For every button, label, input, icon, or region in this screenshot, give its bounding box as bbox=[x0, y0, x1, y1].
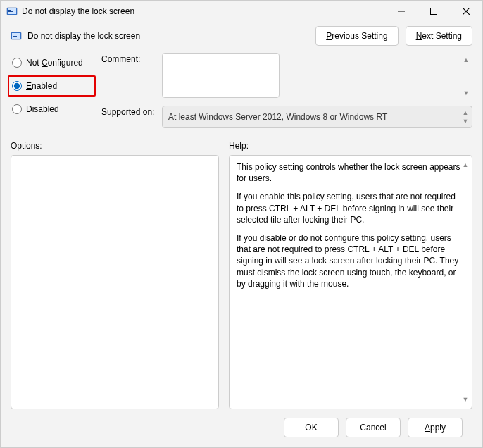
comment-label: Comment: bbox=[101, 53, 156, 64]
close-icon bbox=[463, 8, 470, 15]
scroll-down-icon[interactable]: ▼ bbox=[460, 116, 470, 126]
help-paragraph-3: If you disable or do not configure this … bbox=[237, 232, 465, 290]
minimize-button[interactable] bbox=[385, 1, 418, 22]
top-section: Not Configured Enabled Disabled Comment: bbox=[11, 53, 472, 128]
help-panel: This policy setting controls whether the… bbox=[229, 155, 472, 409]
radio-disabled[interactable]: Disabled bbox=[11, 102, 92, 116]
help-paragraph-2: If you enable this policy setting, users… bbox=[237, 191, 465, 225]
panels: This policy setting controls whether the… bbox=[11, 155, 472, 409]
radio-enabled[interactable]: Enabled bbox=[11, 79, 92, 93]
supported-text: At least Windows Server 2012, Windows 8 … bbox=[168, 112, 387, 122]
policy-title: Do not display the lock screen bbox=[27, 31, 140, 41]
comment-textarea[interactable] bbox=[162, 53, 280, 98]
enabled-highlight: Enabled bbox=[8, 75, 96, 97]
titlebar: Do not display the lock screen bbox=[1, 1, 482, 22]
maximize-button[interactable] bbox=[418, 1, 450, 22]
svg-rect-7 bbox=[13, 35, 15, 35]
maximize-icon bbox=[430, 8, 437, 15]
radio-not-configured-input[interactable] bbox=[12, 58, 22, 68]
policy-icon bbox=[11, 30, 22, 42]
supported-label: Supported on: bbox=[101, 106, 156, 117]
scroll-down-icon[interactable]: ▼ bbox=[461, 88, 471, 98]
nav-buttons: Previous Setting Next Setting bbox=[315, 26, 472, 46]
right-column: Comment: ▲ ▼ Supported on: At least Wind… bbox=[101, 53, 472, 128]
supported-row: Supported on: At least Windows Server 20… bbox=[101, 106, 472, 128]
help-paragraph-1: This policy setting controls whether the… bbox=[237, 161, 465, 184]
window-controls bbox=[385, 1, 482, 22]
help-label: Help: bbox=[229, 141, 249, 151]
radio-disabled-input[interactable] bbox=[12, 104, 22, 114]
cancel-button[interactable]: Cancel bbox=[346, 418, 401, 437]
window-title: Do not display the lock screen bbox=[22, 6, 385, 16]
minimize-icon bbox=[398, 8, 405, 15]
scroll-up-icon[interactable]: ▲ bbox=[461, 55, 471, 65]
mid-labels: Options: Help: bbox=[11, 128, 472, 155]
radio-disabled-label: Disabled bbox=[26, 104, 59, 114]
footer-buttons: OK Cancel Apply bbox=[11, 409, 472, 447]
radio-enabled-label: Enabled bbox=[26, 81, 57, 91]
next-setting-button[interactable]: Next Setting bbox=[406, 26, 472, 46]
options-label: Options: bbox=[11, 141, 229, 151]
svg-rect-3 bbox=[8, 11, 13, 12]
svg-rect-8 bbox=[13, 36, 17, 37]
policy-editor-window: Do not display the lock screen Do not di… bbox=[0, 0, 483, 448]
state-radios: Not Configured Enabled Disabled bbox=[11, 53, 92, 128]
policy-icon bbox=[6, 6, 18, 17]
header-left: Do not display the lock screen bbox=[11, 30, 315, 42]
close-button[interactable] bbox=[450, 1, 482, 22]
radio-enabled-input[interactable] bbox=[12, 81, 22, 91]
apply-button[interactable]: Apply bbox=[408, 418, 463, 437]
scroll-up-icon[interactable]: ▲ bbox=[460, 160, 470, 170]
svg-rect-4 bbox=[431, 8, 437, 15]
header-row: Do not display the lock screen Previous … bbox=[1, 22, 482, 53]
supported-value: At least Windows Server 2012, Windows 8 … bbox=[162, 106, 472, 128]
options-panel bbox=[11, 155, 219, 409]
comment-row: Comment: ▲ ▼ bbox=[101, 53, 472, 100]
radio-not-configured[interactable]: Not Configured bbox=[11, 56, 92, 70]
ok-button[interactable]: OK bbox=[284, 418, 339, 437]
scroll-down-icon[interactable]: ▼ bbox=[460, 394, 470, 404]
body-area: Not Configured Enabled Disabled Comment: bbox=[1, 53, 482, 447]
radio-not-configured-label: Not Configured bbox=[26, 58, 83, 68]
svg-rect-2 bbox=[8, 10, 11, 11]
previous-setting-button[interactable]: Previous Setting bbox=[315, 26, 398, 46]
